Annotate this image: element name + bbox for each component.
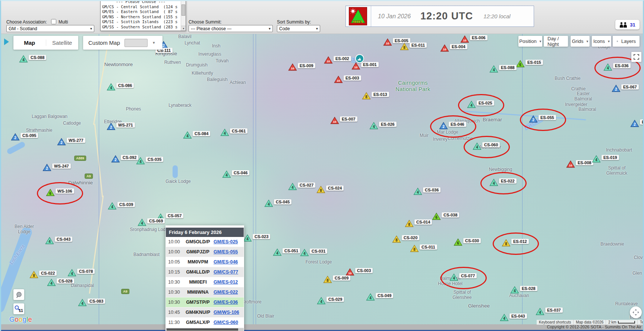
scroll-down-arrow-icon[interactable]: ▼ [181,26,186,31]
keyboard-shortcuts-link[interactable]: Keyboard shortcuts [537,320,573,325]
day-night-button[interactable]: Day / Night [544,36,568,47]
scrollbar-thumb[interactable] [181,4,185,16]
summit-marker-CS-028[interactable]: 4CS-028 [47,278,56,288]
summit-marker-ES-002[interactable]: 10ES-002 [324,56,333,65]
zoom-level-indicator[interactable]: 11 [13,303,24,314]
association-option[interactable]: GM/SI - Scottish Islands (223 s [101,19,181,25]
summit-marker-CS-049[interactable]: 4CS-049 [366,293,375,302]
summit-marker-CS-023[interactable]: 4CS-023 [243,234,252,243]
summit-marker-ES-088[interactable]: 4ES-088 [489,65,498,74]
summit-marker-CS-084[interactable]: 4CS-084 [183,131,192,140]
alerts-popup-scrollbar[interactable] [166,328,244,331]
custom-map-select[interactable] [124,39,148,47]
summit-marker-CS-061[interactable]: 4CS-061 [220,128,229,138]
summit-marker-ES-003[interactable]: 10ES-003 [334,75,343,85]
summit-marker-ES-019[interactable]: 4ES-019 [592,155,601,164]
summit-marker-CS-092[interactable]: 2CS-092 [111,155,120,164]
icons-button[interactable]: Icons ▾ [592,36,611,47]
association-option[interactable]: GM/NS - Northern Scotland (155 s [101,15,181,20]
layers-button[interactable]: Layers [613,36,640,47]
association-option[interactable]: GM/ES - Eastern Scotland ( 87 s [101,9,181,15]
summit-marker-CS-030[interactable]: 6CS-030 [454,238,463,247]
summit-marker-ES-009[interactable]: 10ES-009 [288,63,297,72]
summit-marker-CS-022[interactable]: 8CS-022 [29,271,38,280]
association-listbox[interactable]: --- Please Choose ---GM/CS - Central Sco… [100,0,186,31]
summit-marker-CS-036[interactable]: 4CS-036 [413,187,422,197]
summit-marker-CS-009[interactable]: 8CS-009 [323,275,332,285]
summit-marker-ES-005[interactable]: 10ES-005 [383,38,392,47]
summit-marker-ES-001[interactable]: 10ES-001 [351,62,360,71]
summit-marker-CS-088[interactable]: 4CS-088 [19,55,28,64]
summit-marker-CS-027[interactable]: 4CS-027 [288,182,297,192]
alert-summit-link[interactable]: GM/ES-022 [214,290,238,295]
pan-control-button[interactable] [630,306,642,318]
summit-marker-CS-083[interactable]: 4CS-083 [78,299,87,308]
summit-marker-CS-029[interactable]: 4CS-029 [317,297,326,306]
terms-link[interactable]: Terms [637,320,644,325]
association-option[interactable]: GM/CS - Central Scotland (124 s [101,4,181,10]
summit-marker-CS-045[interactable]: 4CS-045 [264,199,273,209]
summit-marker-CS-086[interactable]: 4CS-086 [107,83,116,92]
association-option[interactable]: --- Please Choose --- [101,0,181,4]
visitors-badge[interactable]: 31 [615,20,640,29]
alert-summit-link[interactable]: GM/ES-025 [214,239,238,244]
alert-summit-link[interactable]: GM/WS-106 [214,310,239,315]
grids-button[interactable]: Grids ▾ [571,36,590,47]
alert-summit-link[interactable]: GM/ES-036 [214,300,238,305]
summit-marker-ES-028[interactable]: 4ES-028 [510,286,519,295]
summit-marker-ES-026[interactable]: 4ES-026 [369,122,378,131]
summit-marker-ES-037[interactable]: 4ES-037 [536,307,544,317]
summit-marker-CS-095[interactable]: 2CS-095 [11,133,20,142]
scrollbar-thumb[interactable] [167,328,238,331]
measure-button[interactable] [13,289,24,300]
summit-marker-CS-039[interactable]: 4CS-039 [108,202,117,211]
summit-marker-ES-004[interactable]: 10ES-004 [440,44,449,53]
alert-summit-link[interactable]: GM/ES-055 [214,249,238,255]
viewpoint-poi-icon[interactable] [355,54,364,63]
summit-marker-CS-011[interactable]: 8CS-011 [410,244,419,254]
summit-marker-ES-015[interactable]: 6ES-015 [516,60,525,69]
map-type-satellite-button[interactable]: Satellite [46,40,79,46]
summit-marker-CS-051[interactable]: 4CS-051 [273,248,282,257]
summit-marker-ES-067[interactable]: 2ES-067 [612,84,621,94]
listbox-scrollbar[interactable]: ▼ [181,0,186,31]
summit-marker-WS-271[interactable]: 2WS-271 [107,122,116,132]
summit-marker-CS-038[interactable]: 6CS-038 [432,212,441,222]
multi-checkbox[interactable] [51,19,56,24]
alert-summit-link[interactable]: GM/ES-012 [214,280,238,285]
summit-marker-CS-069[interactable]: 4CS-069 [138,218,146,228]
summit-marker-ES-043[interactable]: 4ES-043 [500,313,509,323]
summit-marker-ES-013[interactable]: 8ES-013 [362,92,371,101]
summit-marker-WS-247[interactable]: 2WS-247 [42,163,51,173]
summit-marker-ES-007[interactable]: 10ES-007 [330,116,339,126]
summit-marker-CS-035[interactable]: 4CS-035 [136,157,145,166]
summit-marker-CS-046[interactable]: 4CS-046 [222,170,231,179]
fullscreen-button[interactable] [631,52,641,62]
summit-marker-CS-043[interactable]: 4CS-043 [45,237,54,246]
map-canvas[interactable] [1,34,644,324]
summit-triangle-icon: 10 [440,44,449,52]
summit-select[interactable]: --- Please choose --- ▾ [189,25,273,32]
summit-marker-CS-024[interactable]: 8CS-024 [316,185,325,195]
map-type-map-button[interactable]: Map [13,40,46,46]
position-button[interactable]: Position ▾ [518,36,542,47]
sidebar-expand-toggle[interactable] [4,38,9,45]
association-select[interactable]: GM - Scotland ▾ [6,25,94,32]
alert-summit-link[interactable]: GM/ES-046 [214,259,238,265]
summit-marker-ES-006[interactable]: 10ES-006 [460,35,469,44]
sort-select[interactable]: Code ▾ [277,25,320,32]
summit-marker-ES-[interactable]: 2ES- [630,119,639,129]
alert-summit-link[interactable]: GM/CS-077 [214,269,238,275]
alert-summit-link[interactable]: GM/CS-060 [214,320,238,325]
svg-text:6: 6 [435,215,438,219]
summit-marker-CS-020[interactable]: 8CS-020 [392,235,401,244]
association-option[interactable]: GM/SS - Southern Scotland (283 s [101,25,181,30]
summit-marker-ES-011[interactable]: 8ES-011 [400,43,409,52]
summit-marker-WS-277[interactable]: 2WS-277 [57,138,66,147]
summit-marker-CS-031[interactable]: 4CS-031 [300,249,309,258]
summit-marker-CS-014[interactable]: 8CS-014 [405,219,414,229]
custom-map-button[interactable]: Custom Map ▾ [83,36,162,50]
google-logo[interactable]: Google [9,316,32,324]
summit-marker-CS-078[interactable]: 4CS-078 [67,269,76,278]
summit-marker-ES-008[interactable]: 10ES-008 [566,160,575,169]
